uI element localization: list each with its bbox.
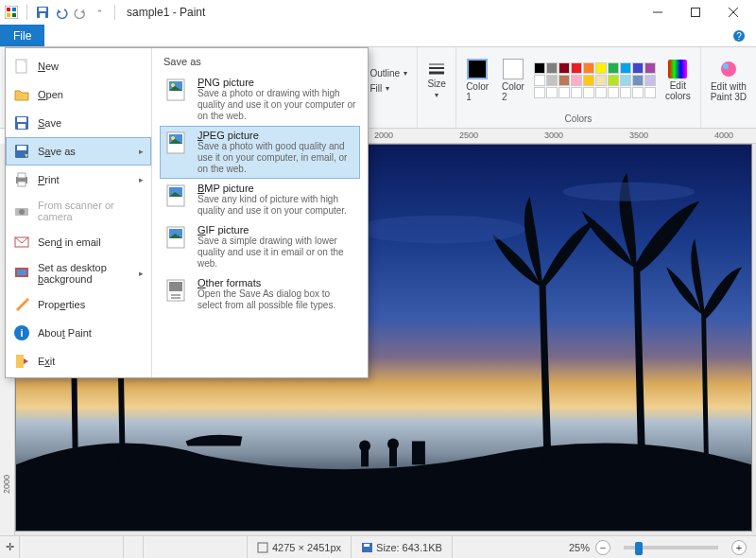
saveas-bmp-picture[interactable]: BMP pictureSave any kind of picture with…	[160, 179, 360, 220]
paint3d-button[interactable]: Edit with Paint 3D	[707, 57, 750, 104]
file-menu-set-as-desktop-background[interactable]: Set as desktop background▸	[6, 256, 151, 290]
svg-rect-1	[7, 8, 10, 11]
svg-rect-32	[364, 544, 369, 547]
status-selection	[144, 536, 248, 558]
zoom-in-button[interactable]: +	[731, 540, 747, 555]
qat-redo-icon[interactable]	[73, 5, 88, 20]
zoom-out-button[interactable]: −	[595, 540, 610, 555]
zoom-controls: 25% − +	[559, 536, 756, 558]
status-dimensions: 4275 × 2451px	[248, 536, 352, 558]
saveas-png-picture[interactable]: PNG pictureSave a photo or drawing with …	[160, 73, 360, 126]
maximize-button[interactable]	[677, 0, 714, 25]
menu-icon	[13, 143, 30, 160]
menu-icon	[13, 234, 30, 251]
format-icon	[163, 224, 190, 251]
size-group: Size▾	[418, 47, 456, 128]
palette-swatch[interactable]	[632, 62, 644, 74]
svg-point-52	[171, 83, 175, 87]
palette-swatch[interactable]	[620, 87, 631, 98]
menu-icon	[13, 202, 30, 219]
menu-icon	[13, 265, 30, 282]
file-menu-save[interactable]: Save	[6, 109, 151, 137]
close-button[interactable]	[714, 0, 752, 25]
svg-point-28	[563, 183, 696, 201]
svg-rect-36	[18, 124, 26, 129]
menu-icon	[13, 296, 30, 313]
palette-swatch[interactable]	[558, 75, 570, 86]
svg-rect-7	[40, 13, 45, 18]
colors-group: Color 1 Color 2 Edit colors Colors	[456, 47, 701, 128]
color-palette[interactable]	[534, 62, 656, 98]
svg-rect-24	[389, 447, 397, 466]
svg-point-19	[721, 61, 736, 77]
palette-swatch[interactable]	[620, 62, 631, 74]
file-menu-send-in-email[interactable]: Send in email	[6, 228, 151, 256]
palette-swatch[interactable]	[632, 87, 644, 98]
svg-point-55	[171, 136, 175, 140]
qat-undo-icon[interactable]	[54, 5, 69, 20]
zoom-slider[interactable]	[624, 546, 718, 549]
svg-rect-6	[39, 8, 46, 11]
palette-swatch[interactable]	[558, 62, 570, 74]
palette-swatch[interactable]	[620, 75, 631, 86]
palette-swatch[interactable]	[534, 87, 545, 98]
palette-swatch[interactable]	[546, 75, 558, 86]
palette-swatch[interactable]	[644, 75, 656, 86]
minimize-button[interactable]	[639, 0, 677, 25]
svg-rect-25	[412, 441, 425, 464]
palette-swatch[interactable]	[608, 62, 619, 74]
color1-button[interactable]: Color 1	[462, 57, 492, 104]
palette-swatch[interactable]	[608, 87, 619, 98]
saveas-gif-picture[interactable]: GIF pictureSave a simple drawing with lo…	[160, 220, 360, 273]
file-menu-properties[interactable]: Properties	[6, 290, 151, 319]
palette-swatch[interactable]	[644, 87, 656, 98]
saveas-jpeg-picture[interactable]: JPEG pictureSave a photo with good quali…	[160, 126, 360, 179]
svg-rect-49	[16, 355, 24, 368]
file-menu-new[interactable]: New	[6, 52, 151, 80]
svg-point-27	[355, 216, 525, 244]
file-menu-save-as[interactable]: Save as▸	[6, 137, 151, 166]
paint3d-group: Edit with Paint 3D	[701, 47, 756, 128]
palette-swatch[interactable]	[546, 62, 558, 74]
palette-swatch[interactable]	[608, 75, 619, 86]
palette-swatch[interactable]	[632, 75, 644, 86]
file-menu-exit[interactable]: Exit	[6, 347, 151, 375]
file-menu-open[interactable]: Open	[6, 80, 151, 109]
color2-button[interactable]: Color 2	[498, 57, 528, 104]
palette-swatch[interactable]	[546, 87, 558, 98]
palette-swatch[interactable]	[571, 62, 582, 74]
file-menu-print[interactable]: Print▸	[6, 166, 151, 194]
window-title: sample1 - Paint	[127, 6, 205, 19]
qat-customize-icon[interactable]: ⁼	[92, 5, 107, 20]
svg-rect-35	[17, 117, 26, 122]
edit-colors-button[interactable]: Edit colors	[662, 58, 695, 103]
palette-swatch[interactable]	[558, 87, 570, 98]
file-tab[interactable]: File	[0, 25, 44, 46]
svg-rect-4	[12, 13, 16, 17]
saveas-other-formats[interactable]: Other formatsOpen the Save As dialog box…	[160, 273, 360, 315]
svg-rect-30	[258, 543, 267, 552]
palette-swatch[interactable]	[644, 62, 656, 74]
svg-rect-3	[7, 13, 10, 17]
palette-swatch[interactable]	[595, 87, 607, 98]
palette-swatch[interactable]	[583, 87, 594, 98]
palette-swatch[interactable]	[595, 62, 607, 74]
ribbon-tabs: File ?	[0, 25, 756, 47]
palette-swatch[interactable]	[583, 75, 594, 86]
qat-save-icon[interactable]	[35, 5, 50, 20]
palette-swatch[interactable]	[534, 62, 545, 74]
zoom-level: 25%	[569, 542, 590, 553]
palette-swatch[interactable]	[595, 75, 607, 86]
svg-point-20	[723, 63, 729, 69]
help-icon[interactable]: ?	[728, 25, 750, 46]
file-menu-about-paint[interactable]: iAbout Paint	[6, 319, 151, 347]
palette-swatch[interactable]	[534, 75, 545, 86]
palette-swatch[interactable]	[583, 62, 594, 74]
size-dropdown[interactable]: Size▾	[423, 60, 450, 101]
palette-swatch[interactable]	[571, 75, 582, 86]
menu-icon	[13, 171, 30, 188]
menu-icon	[13, 114, 30, 131]
svg-rect-63	[171, 297, 180, 299]
palette-swatch[interactable]	[571, 87, 582, 98]
format-icon	[163, 183, 190, 209]
